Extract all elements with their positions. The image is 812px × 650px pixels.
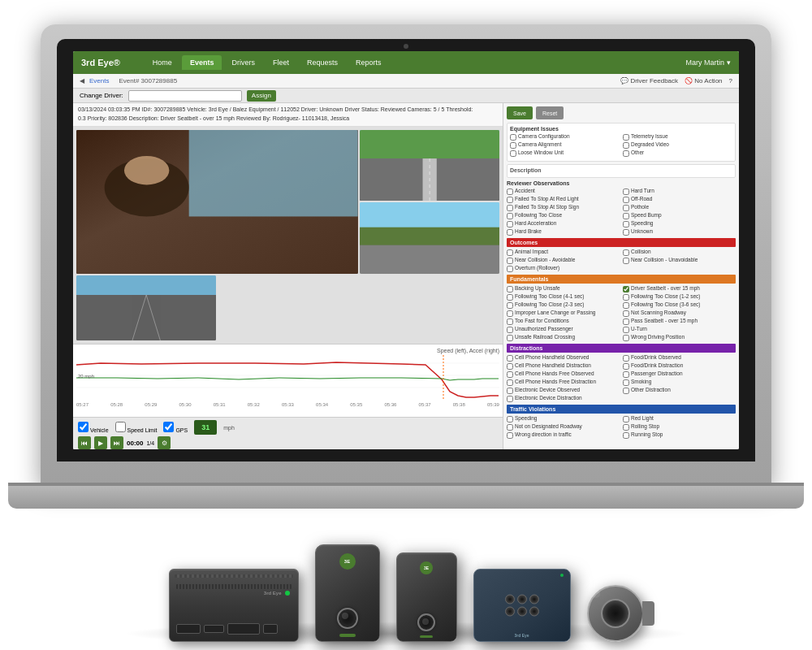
nav-events[interactable]: Events <box>182 55 222 70</box>
dist-food-dist[interactable]: Food/Drink Distraction <box>623 362 736 370</box>
reviewer-obs-title: Reviewer Observations <box>507 180 736 186</box>
fund-following-2[interactable]: Following Too Close (1-2 sec) <box>623 293 736 301</box>
equip-telemetry[interactable]: Telemetry Issue <box>623 133 732 141</box>
reset-button[interactable]: Reset <box>536 106 564 119</box>
equip-camera-config[interactable]: Camera Configuration <box>510 133 620 141</box>
dist-phone-obs[interactable]: Cell Phone Handheld Observed <box>507 354 620 362</box>
play-btn[interactable]: ▶ <box>94 436 107 449</box>
side-right-svg <box>360 202 499 274</box>
graph-title: Speed (left), Accel (right) <box>76 348 499 353</box>
obs-speeding[interactable]: Speeding <box>623 220 736 228</box>
vehicle-checkbox[interactable] <box>78 422 89 432</box>
speed-limit-checkbox-label[interactable]: Speed Limit <box>115 422 158 433</box>
nav-drivers[interactable]: Drivers <box>223 55 263 70</box>
driver-feedback-btn[interactable]: 💬 Driver Feedback <box>620 77 678 84</box>
out-overturn[interactable]: Overturn (Rollover) <box>507 265 620 272</box>
obs-off-road[interactable]: Off-Road <box>623 196 736 203</box>
nav-reports[interactable]: Reports <box>348 55 390 70</box>
fund-pass-seatbelt[interactable]: Pass Seatbelt - over 15 mph <box>623 318 736 325</box>
settings-btn[interactable]: ⚙ <box>158 436 171 449</box>
event-id: Event# 3007289885 <box>119 77 177 84</box>
nav-items: Home Events Drivers Fleet Requests Repor… <box>145 55 686 70</box>
equip-other[interactable]: Other <box>623 150 732 157</box>
wide-camera: 3rd Eye <box>473 569 571 642</box>
dist-phone-dist[interactable]: Cell Phone Handheld Distraction <box>507 362 620 370</box>
out-near-unavoidable[interactable]: Near Collision - Unavoidable <box>623 257 736 264</box>
obs-accident[interactable]: Accident <box>507 188 620 195</box>
dist-elec-dist[interactable]: Electronic Device Distraction <box>507 395 620 402</box>
fund-railroad[interactable]: Unsafe Railroad Crossing <box>507 334 620 341</box>
dist-hf-obs[interactable]: Cell Phone Hands Free Observed <box>507 370 620 378</box>
obs-pothole[interactable]: Pothole <box>623 204 736 211</box>
equip-loose-window[interactable]: Loose Window Unit <box>510 150 620 157</box>
fund-scanning[interactable]: Not Scanning Roadway <box>623 310 736 317</box>
vehicle-checkbox-label[interactable]: Vehicle <box>78 422 109 433</box>
cam1-lens <box>337 608 358 629</box>
fund-backing[interactable]: Backing Up Unsafe <box>507 285 620 292</box>
dist-elec-obs[interactable]: Electronic Device Observed <box>507 387 620 394</box>
obs-hard-turn[interactable]: Hard Turn <box>623 188 736 195</box>
video-road-front[interactable] <box>360 130 499 202</box>
back-arrow[interactable]: ◀ <box>80 77 84 84</box>
nav-home[interactable]: Home <box>145 55 180 70</box>
fund-u-turn[interactable]: U-Turn <box>623 326 736 333</box>
out-collision[interactable]: Collision <box>623 249 736 256</box>
nav-fleet[interactable]: Fleet <box>265 55 297 70</box>
graph-area: Speed (left), Accel (right) <box>73 344 503 417</box>
fund-following-4[interactable]: Following Too Close (3-6 sec) <box>623 301 736 309</box>
dist-other[interactable]: Other Distraction <box>623 387 736 394</box>
obs-speed-bump[interactable]: Speed Bump <box>623 212 736 219</box>
obs-hard-accel[interactable]: Hard Acceleration <box>507 220 620 228</box>
out-near-avoidable[interactable]: Near Collision - Avoidable <box>507 257 620 264</box>
traf-red-light[interactable]: Red Light <box>623 415 736 422</box>
nav-user[interactable]: Mary Martin ▾ <box>685 58 731 67</box>
obs-failed-red[interactable]: Failed To Stop At Red Light <box>507 196 620 203</box>
nav-requests[interactable]: Requests <box>299 55 346 70</box>
traf-not-designated[interactable]: Not on Designated Roadway <box>507 423 620 431</box>
dist-smoking[interactable]: Smoking <box>623 379 736 386</box>
traf-run-stop[interactable]: Running Stop <box>623 431 736 439</box>
dvr-device: 3rd Eye <box>169 569 299 642</box>
obs-following[interactable]: Following Too Close <box>507 212 620 219</box>
equip-degraded-video[interactable]: Degraded Video <box>623 141 732 149</box>
side-camera <box>587 585 644 642</box>
fund-unauth-pass[interactable]: Unauthorized Passenger <box>507 326 620 333</box>
traf-rolling-stop[interactable]: Rolling Stop <box>623 423 736 431</box>
obs-failed-stop[interactable]: Failed To Stop At Stop Sign <box>507 204 620 211</box>
wide-cam-led <box>560 574 564 577</box>
video-back[interactable] <box>76 275 216 340</box>
fund-wrong-pos[interactable]: Wrong Driving Position <box>623 334 736 341</box>
fund-following-3[interactable]: Following Too Close (2-3 sec) <box>507 301 620 309</box>
out-animal[interactable]: Animal Impact <box>507 249 620 256</box>
fund-seatbelt[interactable]: Driver Seatbelt - over 15 mph <box>623 285 736 292</box>
driver-input[interactable] <box>128 90 242 102</box>
fund-following-1[interactable]: Following Too Close (4-1 sec) <box>507 293 620 301</box>
equip-cam-align[interactable]: Camera Alignment <box>510 141 620 149</box>
webcam-dot <box>404 44 408 49</box>
rewind-btn[interactable]: ⏮ <box>78 436 91 449</box>
forward-btn[interactable]: ⏭ <box>110 436 123 449</box>
traf-speeding[interactable]: Speeding <box>507 415 620 422</box>
help-btn[interactable]: ? <box>729 77 732 84</box>
obs-hard-brake[interactable]: Hard Brake <box>507 228 620 236</box>
obs-unknown[interactable]: Unknown <box>623 228 736 236</box>
assign-bar: Change Driver: Assign <box>73 89 739 103</box>
assign-button[interactable]: Assign <box>247 90 276 102</box>
dist-passenger[interactable]: Passenger Distraction <box>623 370 736 378</box>
gps-checkbox-label[interactable]: GPS <box>163 422 188 433</box>
speed-limit-checkbox[interactable] <box>115 422 126 432</box>
dist-hf-dist[interactable]: Cell Phone Hands Free Distraction <box>507 379 620 386</box>
save-button[interactable]: Save <box>507 106 533 119</box>
dvi-port-2 <box>204 625 224 633</box>
dist-food-obs[interactable]: Food/Drink Observed <box>623 354 736 362</box>
video-main[interactable] <box>76 130 358 274</box>
back-view <box>76 275 216 340</box>
gps-checkbox[interactable] <box>163 422 174 432</box>
video-side-right[interactable] <box>360 202 499 274</box>
event-info: 03/13/2024 03:03:35 PM ID#: 3007289885 V… <box>73 103 503 127</box>
no-action-btn[interactable]: 🚫 No Action <box>685 77 722 84</box>
traf-wrong-dir[interactable]: Wrong direction in traffic <box>507 431 620 439</box>
fund-too-fast[interactable]: Too Fast for Conditions <box>507 318 620 325</box>
breadcrumb-events[interactable]: Events <box>89 77 109 84</box>
fund-lane-change[interactable]: Improper Lane Change or Passing <box>507 310 620 317</box>
